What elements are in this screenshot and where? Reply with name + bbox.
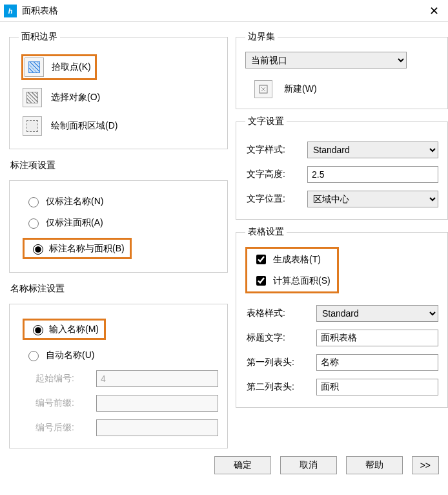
select-object-label[interactable]: 选择对象(O) — [51, 92, 100, 103]
new-icon — [259, 85, 268, 94]
name-only-radio[interactable] — [28, 197, 39, 207]
boundary-set-legend: 边界集 — [245, 31, 278, 43]
draw-area-icon-button[interactable] — [23, 116, 42, 136]
name-and-area-radio[interactable] — [33, 244, 43, 255]
boundary-group: 面积边界 拾取点(K) 选择对象(O) 绘制面积区域(D) — [9, 31, 228, 149]
draw-area-label[interactable]: 绘制面积区域(D) — [51, 120, 117, 132]
naming-group: 输入名称(M) 自动名称(U) 起始编号: 编号前缀: 编号后缀: — [9, 304, 228, 448]
text-style-select[interactable]: Standard — [307, 142, 438, 158]
window-title: 面积表格 — [22, 5, 425, 17]
close-icon[interactable]: ✕ — [425, 4, 443, 18]
col1-label: 第一列表头: — [247, 357, 307, 368]
start-num-input — [96, 370, 218, 387]
name-and-area-label[interactable]: 标注名称与面积(B) — [49, 243, 125, 255]
pick-point-icon-button[interactable] — [25, 58, 44, 77]
suffix-label: 编号后缀: — [36, 422, 87, 434]
calc-total-checkbox[interactable] — [256, 276, 266, 286]
annotation-group: 仅标注名称(N) 仅标注面积(A) 标注名称与面积(B) — [9, 180, 228, 273]
expand-button[interactable]: >> — [412, 456, 439, 474]
text-style-label: 文字样式: — [247, 144, 298, 156]
table-style-label: 表格样式: — [247, 308, 307, 319]
auto-name-label[interactable]: 自动名称(U) — [46, 350, 94, 361]
title-text-input[interactable] — [316, 330, 438, 346]
app-icon: h — [4, 5, 17, 17]
col2-input[interactable] — [316, 379, 438, 395]
suffix-input — [96, 419, 218, 436]
input-name-label[interactable]: 输入名称(M) — [49, 324, 99, 335]
help-button[interactable]: 帮助 — [346, 456, 403, 474]
ok-button[interactable]: 确定 — [214, 456, 271, 474]
start-num-label: 起始编号: — [36, 373, 87, 384]
new-boundary-label[interactable]: 新建(W) — [284, 83, 317, 95]
table-group: 表格设置 生成表格(T) 计算总面积(S) 表格样式: Standard 标题文… — [236, 226, 448, 408]
text-height-input[interactable] — [307, 166, 438, 183]
boundary-legend: 面积边界 — [19, 31, 60, 43]
prefix-label: 编号前缀: — [36, 397, 87, 409]
calc-total-label[interactable]: 计算总面积(S) — [273, 275, 331, 287]
name-only-label[interactable]: 仅标注名称(N) — [46, 196, 103, 207]
title-text-label: 标题文字: — [247, 332, 307, 344]
input-name-radio[interactable] — [33, 325, 43, 335]
annotation-title: 标注项设置 — [10, 160, 228, 171]
boundary-set-group: 边界集 当前视口 新建(W) — [236, 31, 448, 109]
pick-point-label[interactable]: 拾取点(K) — [52, 61, 91, 73]
col2-label: 第二列表头: — [247, 381, 307, 393]
viewport-select[interactable]: 当前视口 — [245, 52, 407, 68]
area-only-label[interactable]: 仅标注面积(A) — [46, 217, 103, 229]
col1-input[interactable] — [316, 354, 438, 371]
gen-table-label[interactable]: 生成表格(T) — [273, 254, 321, 266]
text-group: 文字设置 文字样式: Standard 文字高度: 文字位置: 区域中心 — [236, 116, 448, 220]
text-legend: 文字设置 — [245, 116, 287, 127]
text-pos-select[interactable]: 区域中心 — [307, 191, 438, 207]
table-legend: 表格设置 — [245, 226, 287, 238]
table-style-select[interactable]: Standard — [316, 305, 438, 322]
prefix-input — [96, 395, 218, 412]
new-boundary-icon-button[interactable] — [254, 80, 272, 98]
area-only-radio[interactable] — [28, 218, 39, 229]
select-object-icon-button[interactable] — [23, 88, 42, 107]
auto-name-radio[interactable] — [28, 351, 39, 361]
text-height-label: 文字高度: — [247, 169, 298, 180]
cancel-button[interactable]: 取消 — [280, 456, 337, 474]
naming-title: 名称标注设置 — [10, 283, 228, 295]
text-pos-label: 文字位置: — [247, 193, 298, 205]
gen-table-checkbox[interactable] — [256, 255, 266, 264]
